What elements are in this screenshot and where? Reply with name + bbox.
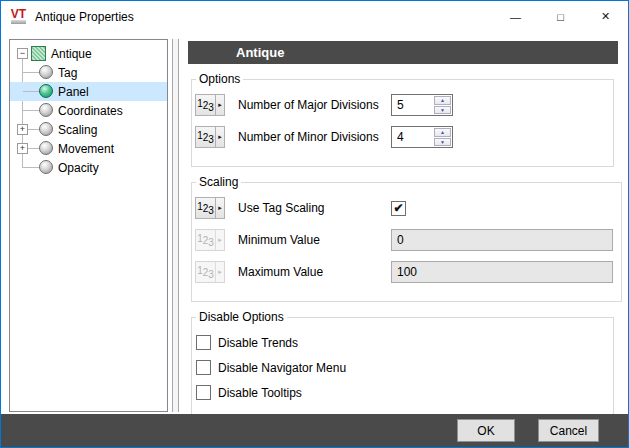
collapse-expander-icon[interactable]: −: [17, 48, 28, 59]
tree-item-scaling[interactable]: + Scaling: [10, 120, 167, 139]
disable-options-group-title: Disable Options: [196, 310, 287, 324]
tree-item-movement[interactable]: + Movement: [10, 139, 167, 158]
disable-trends-checkbox[interactable]: [196, 335, 211, 350]
dialog-footer: OK Cancel: [1, 414, 628, 447]
spin-up-icon: ▲: [440, 97, 445, 103]
tree-item-label: Scaling: [58, 123, 97, 137]
dropdown-arrow-icon: ▸: [215, 198, 224, 218]
numeric-source-button-disabled: 123 ▸: [195, 229, 225, 251]
window-controls: — □ ✕: [493, 1, 628, 32]
spin-down-button[interactable]: ▼: [434, 138, 451, 147]
disable-trends-row: Disable Trends: [196, 335, 605, 350]
antique-node-icon: [31, 46, 46, 61]
checkmark-icon: ✔: [393, 202, 403, 215]
minimum-value-label: Minimum Value: [238, 233, 391, 247]
tree-branch-line: [23, 110, 39, 111]
dropdown-arrow-icon: ▸: [215, 230, 224, 250]
tree-item-label: Coordinates: [58, 104, 123, 118]
disable-navigator-menu-label: Disable Navigator Menu: [218, 361, 346, 375]
numeric-source-button[interactable]: 123 ▸: [195, 94, 225, 116]
numeric-123-icon: 123: [196, 262, 215, 282]
tree: − Antique Tag Panel Coordinates: [10, 40, 167, 177]
panel-title: Antique: [236, 45, 284, 60]
maximum-value-label: Maximum Value: [238, 265, 391, 279]
spin-down-icon: ▼: [440, 139, 445, 145]
numeric-source-button[interactable]: 123 ▸: [195, 197, 225, 219]
maximum-value-row: 123 ▸ Maximum Value 100: [195, 261, 613, 283]
cancel-button[interactable]: Cancel: [538, 419, 599, 442]
spin-up-button[interactable]: ▲: [434, 128, 451, 137]
numeric-123-icon: 123: [196, 127, 215, 147]
spin-up-button[interactable]: ▲: [434, 96, 451, 105]
node-sphere-icon: [39, 122, 53, 136]
maximum-value-text: 100: [397, 265, 417, 279]
node-sphere-icon-selected: [39, 84, 53, 98]
navigation-tree-panel: − Antique Tag Panel Coordinates: [9, 39, 168, 412]
disable-navigator-menu-checkbox[interactable]: [196, 360, 211, 375]
dropdown-arrow-icon: ▸: [215, 95, 224, 115]
disable-tooltips-checkbox[interactable]: [196, 385, 211, 400]
close-icon: ✕: [601, 10, 610, 23]
options-group: Options 123 ▸ Number of Major Divisions …: [191, 72, 614, 167]
major-divisions-spinner: ▲ ▼: [391, 94, 453, 116]
disable-trends-label: Disable Trends: [218, 336, 298, 350]
minimize-icon: —: [510, 11, 521, 23]
tree-item-panel[interactable]: Panel: [10, 82, 167, 101]
major-divisions-input[interactable]: [392, 95, 433, 115]
disable-tooltips-label: Disable Tooltips: [218, 386, 302, 400]
tree-item-label: Panel: [58, 85, 89, 99]
maximum-value-input: 100: [391, 261, 613, 283]
options-group-title: Options: [196, 72, 243, 86]
node-sphere-icon: [39, 160, 53, 174]
panel-header: Antique: [188, 41, 618, 64]
spin-down-button[interactable]: ▼: [434, 106, 451, 115]
window-title: Antique Properties: [35, 10, 134, 24]
vt-logo-icon: VT: [11, 9, 26, 20]
numeric-source-button[interactable]: 123 ▸: [195, 126, 225, 148]
minor-divisions-label: Number of Minor Divisions: [238, 130, 391, 144]
tree-item-label: Tag: [58, 66, 77, 80]
minimize-button[interactable]: —: [493, 1, 538, 32]
maximize-button[interactable]: □: [538, 1, 583, 32]
minor-divisions-spinner: ▲ ▼: [391, 126, 453, 148]
tree-item-antique-root[interactable]: − Antique: [10, 44, 167, 63]
use-tag-scaling-row: 123 ▸ Use Tag Scaling ✔: [195, 197, 613, 219]
minor-divisions-input[interactable]: [392, 127, 433, 147]
tree-item-label: Antique: [51, 47, 92, 61]
tree-branch-line: [23, 72, 39, 73]
dropdown-arrow-icon: ▸: [215, 127, 224, 147]
use-tag-scaling-checkbox[interactable]: ✔: [391, 201, 406, 216]
properties-panel: Antique Options 123 ▸ Number of Major Di…: [188, 41, 618, 419]
spinner-buttons: ▲ ▼: [433, 95, 452, 115]
spin-up-icon: ▲: [440, 129, 445, 135]
vt-logo-underline: [11, 20, 26, 24]
titlebar[interactable]: VT Antique Properties — □ ✕: [1, 1, 628, 32]
minor-divisions-row: 123 ▸ Number of Minor Divisions ▲ ▼: [195, 126, 605, 148]
scaling-group: Scaling 123 ▸ Use Tag Scaling ✔ 123 ▸ Mi…: [191, 175, 622, 302]
expand-expander-icon[interactable]: +: [17, 124, 28, 135]
tree-branch-line: [23, 167, 39, 168]
tree-item-opacity[interactable]: Opacity: [10, 158, 167, 177]
numeric-123-icon: 123: [196, 230, 215, 250]
expand-expander-icon[interactable]: +: [17, 143, 28, 154]
spin-down-icon: ▼: [440, 107, 445, 113]
tree-splitter[interactable]: [172, 39, 179, 412]
numeric-123-icon: 123: [196, 95, 215, 115]
antique-properties-window: VT Antique Properties — □ ✕ − Antique: [0, 0, 629, 448]
major-divisions-label: Number of Major Divisions: [238, 98, 391, 112]
minimum-value-text: 0: [397, 233, 404, 247]
numeric-source-button-disabled: 123 ▸: [195, 261, 225, 283]
disable-tooltips-row: Disable Tooltips: [196, 385, 605, 400]
tree-item-tag[interactable]: Tag: [10, 63, 167, 82]
maximize-icon: □: [557, 11, 564, 23]
node-sphere-icon: [39, 103, 53, 117]
tree-item-coordinates[interactable]: Coordinates: [10, 101, 167, 120]
tree-item-label: Movement: [58, 142, 114, 156]
disable-navigator-menu-row: Disable Navigator Menu: [196, 360, 605, 375]
major-divisions-row: 123 ▸ Number of Major Divisions ▲ ▼: [195, 94, 605, 116]
use-tag-scaling-label: Use Tag Scaling: [238, 201, 391, 215]
close-button[interactable]: ✕: [583, 1, 628, 32]
ok-button[interactable]: OK: [457, 419, 515, 442]
dropdown-arrow-icon: ▸: [215, 262, 224, 282]
minimum-value-row: 123 ▸ Minimum Value 0: [195, 229, 613, 251]
